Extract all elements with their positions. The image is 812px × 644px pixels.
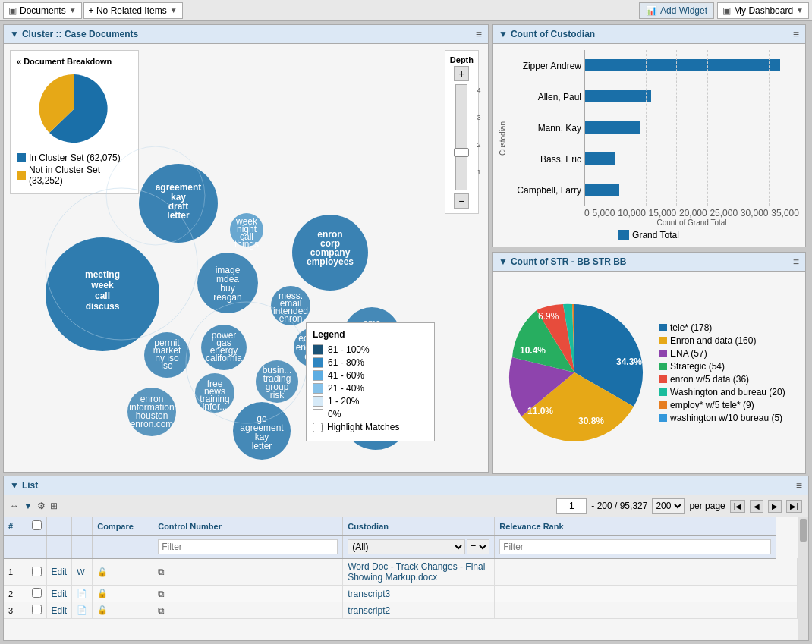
depth-track[interactable]: 4 3 2 1	[455, 84, 467, 190]
list-menu-icon[interactable]: ≡	[796, 479, 802, 492]
list-title: ▼ List	[10, 480, 38, 491]
col-compare: Compare	[93, 517, 153, 536]
bar-y-labels: Zipper Andrew Allen, Paul Mann, Kay Bass…	[508, 50, 584, 206]
col-lock	[72, 517, 93, 536]
row-check-1[interactable]	[27, 558, 46, 586]
next-page-button[interactable]: ▶	[768, 500, 782, 513]
add-widget-button[interactable]: 📊 Add Widget	[639, 2, 714, 19]
row-compare-3[interactable]: ⧉	[153, 602, 343, 619]
x-label-20k: 20,000	[679, 208, 707, 218]
str-header: ▼ Count of STR - BB STR BB ≡	[493, 253, 805, 272]
str-chart-area: 34.3% 30.8% 11.0% 10.4% 6.9%	[493, 272, 805, 474]
filter-control	[153, 536, 343, 558]
list-collapse-icon[interactable]: ▼	[10, 480, 19, 491]
table-scroll[interactable]: # Compare Control Number Custodian Relev…	[4, 517, 798, 640]
doc-link-3[interactable]: transcript2	[348, 605, 390, 616]
x-label-35k: 35,000	[771, 208, 799, 218]
scrollbar-thumb[interactable]	[800, 519, 807, 542]
row-edit-3[interactable]: Edit	[46, 602, 72, 619]
row-relevance-3	[776, 602, 798, 619]
highlight-checkbox[interactable]	[313, 423, 323, 432]
vertical-scrollbar[interactable]	[798, 517, 808, 640]
row-edit-1[interactable]: Edit	[46, 558, 72, 586]
x-label-30k: 30,000	[741, 208, 769, 218]
str-legend-tele: tele* (178)	[659, 322, 785, 333]
row-compare-1[interactable]: ⧉	[153, 558, 343, 586]
str-legend: tele* (178) Enron and data (160) ENA (57…	[659, 322, 785, 423]
bar-fill-3	[585, 121, 640, 134]
relevance-filter-input[interactable]	[499, 539, 771, 554]
doc-link-1[interactable]: Word Doc - Track Changes - FinalShowing …	[348, 561, 485, 583]
custodian-filter-select[interactable]: (All)	[348, 539, 465, 554]
row-check-2[interactable]	[27, 586, 46, 602]
settings-icon[interactable]: ⚙	[37, 501, 46, 511]
legend-highlight[interactable]: Highlight Matches	[313, 422, 428, 432]
custodian-menu-icon[interactable]: ≡	[793, 28, 799, 40]
first-page-button[interactable]: |◀	[730, 500, 746, 513]
col-custodian: Custodian	[343, 517, 495, 536]
control-filter-input[interactable]	[158, 539, 338, 554]
filter-icon[interactable]: ▼	[24, 501, 33, 511]
row-checkbox-3[interactable]	[32, 605, 42, 614]
legend-color-61	[313, 357, 323, 368]
row-docname-3[interactable]: transcript2	[343, 602, 495, 619]
table-header-row: # Compare Control Number Custodian Relev…	[4, 517, 798, 536]
page-input[interactable]: 1	[556, 498, 587, 514]
legend-item-0: 0%	[313, 409, 428, 419]
edit-link-3[interactable]: Edit	[52, 605, 68, 616]
row-checkbox-1[interactable]	[32, 567, 42, 576]
documents-select[interactable]: ▣ Documents ▼	[3, 2, 82, 19]
depth-control: Depth + 4 3 2 1 −	[445, 50, 479, 214]
str-legend-wash10: washington w/10 bureau (5)	[659, 413, 785, 423]
related-items-label: + No Related Items	[89, 5, 167, 16]
row-compare-2[interactable]: ⧉	[153, 586, 343, 602]
row-checkbox-2[interactable]	[32, 588, 42, 598]
prev-page-button[interactable]: ◀	[750, 500, 763, 513]
svg-text:30.8%: 30.8%	[578, 416, 604, 426]
list-toolbar: ↔ ▼ ⚙ ⊞ 1 - 200 / 95,327 200 100 50 per …	[4, 495, 808, 517]
edit-link-1[interactable]: Edit	[52, 567, 68, 577]
last-page-button[interactable]: ▶|	[786, 500, 802, 513]
expand-icon[interactable]: ↔	[10, 501, 19, 511]
bar-legend-color	[618, 230, 629, 240]
cluster-content: « Document Breakdown In Cluster Set (62,…	[4, 44, 488, 472]
x-axis-labels: 0 5,000 10,000 15,000 20,000 25,000 30,0…	[584, 206, 799, 218]
filter-relevance	[495, 536, 776, 558]
row-check-3[interactable]	[27, 602, 46, 619]
row-edit-2[interactable]: Edit	[46, 586, 72, 602]
str-collapse-icon[interactable]: ▼	[499, 256, 508, 267]
bar-row-3	[585, 120, 799, 135]
bar-y-label-3: Mann, Kay	[508, 123, 581, 134]
top-bar-left: ▣ Documents ▼ + No Related Items ▼	[3, 2, 636, 19]
x-axis-title: Count of Grand Total	[584, 218, 799, 227]
bar-y-label-4: Bass, Eric	[508, 154, 581, 165]
related-items-select[interactable]: + No Related Items ▼	[83, 2, 183, 19]
row-docname-1[interactable]: Word Doc - Track Changes - FinalShowing …	[343, 558, 495, 586]
custodian-collapse-icon[interactable]: ▼	[499, 29, 508, 39]
edit-link-2[interactable]: Edit	[52, 589, 68, 599]
depth-tick-4: 4	[477, 86, 480, 94]
cluster-menu-icon[interactable]: ≡	[476, 28, 482, 40]
operator-select[interactable]: =	[467, 539, 489, 554]
doc-link-2[interactable]: transcript3	[348, 589, 390, 599]
str-menu-icon[interactable]: ≡	[793, 256, 799, 268]
collapse-icon[interactable]: ▼	[10, 29, 19, 39]
str-legend-employ: employ* w/5 tele* (9)	[659, 400, 785, 410]
custodian-panel: ▼ Count of Custodian ≡ Custodian	[492, 24, 806, 247]
table-row: 1 Edit W 🔓 ⧉ Word Doc - Track Changes - …	[4, 558, 798, 586]
my-dashboard-select[interactable]: ▣ My Dashboard ▼	[717, 2, 809, 19]
legend-color-81	[313, 344, 323, 355]
depth-thumb[interactable]	[454, 148, 469, 157]
row-icon-type-3: 📄	[72, 602, 93, 619]
bar-fill-1	[585, 59, 780, 71]
select-all-checkbox[interactable]	[32, 520, 42, 530]
depth-minus-button[interactable]: −	[454, 193, 469, 209]
depth-plus-button[interactable]: +	[454, 66, 469, 81]
per-page-select[interactable]: 200 100 50	[652, 498, 685, 514]
custodian-title: ▼ Count of Custodian	[499, 29, 595, 39]
row-docname-2[interactable]: transcript3	[343, 586, 495, 602]
grid-icon[interactable]: ⊞	[50, 501, 58, 511]
col-type	[46, 517, 72, 536]
filter-check	[27, 536, 46, 558]
x-label-10k: 10,000	[618, 208, 646, 218]
